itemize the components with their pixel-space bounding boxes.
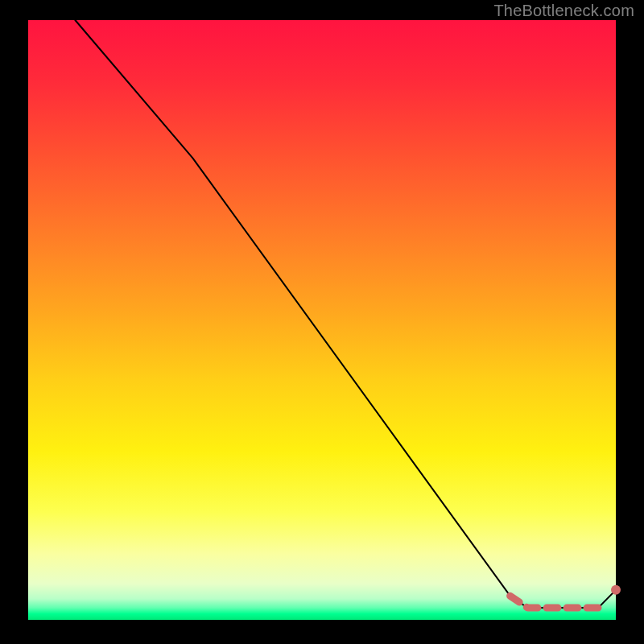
chart-overlay bbox=[28, 20, 616, 620]
recommended-range-path bbox=[510, 596, 599, 608]
watermark-text: TheBottleneck.com bbox=[493, 2, 634, 20]
end-marker-dot bbox=[611, 585, 621, 595]
chart-frame: TheBottleneck.com bbox=[0, 0, 644, 644]
bottleneck-curve-path bbox=[75, 20, 616, 608]
plot-area bbox=[28, 20, 616, 620]
